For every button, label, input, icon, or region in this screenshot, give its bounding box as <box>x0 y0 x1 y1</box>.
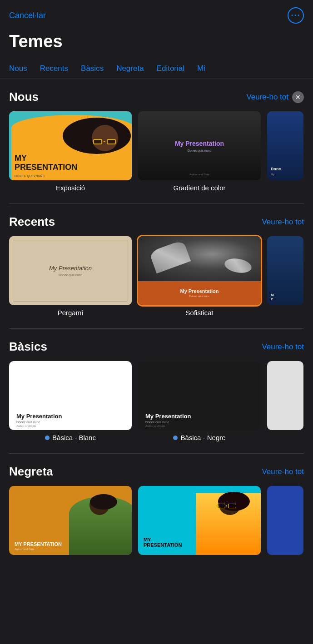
sofisticat-sub-text: Donec quis nunc <box>189 295 210 297</box>
negreta-teal-thumb[interactable]: MYPRESENTATION <box>138 486 261 555</box>
blue-partial-thumb[interactable]: Donc My <box>267 111 303 180</box>
header: Cancel·lar ··· <box>0 0 313 28</box>
template-negreta-teal[interactable]: MYPRESENTATION <box>138 486 261 555</box>
basic-black-thumb[interactable]: My Presentation Donec quis nunc Author a… <box>138 361 261 430</box>
page-title: Temes <box>0 28 313 60</box>
section-negreta-header: Negreta Veure-ho tot <box>9 465 304 479</box>
exposicio-title-text: MYPRESENTATION <box>15 154 77 172</box>
sofisticat-thumb[interactable]: My Presentation Donec quis nunc <box>138 236 261 305</box>
tab-mi[interactable]: Mi <box>191 60 212 79</box>
tab-basics[interactable]: Bàsics <box>75 60 110 79</box>
gradient-label: Gradient de color <box>173 184 225 192</box>
section-negreta: Negreta Veure-ho tot MY PRESENTATION Aut… <box>0 454 313 561</box>
tab-recents[interactable]: Recents <box>34 60 75 79</box>
section-basics: Bàsics Veure-ho tot My Presentation Done… <box>0 329 313 448</box>
template-blue-partial[interactable]: Donc My <box>267 111 303 192</box>
template-sofisticat[interactable]: My Presentation Donec quis nunc Sofistic… <box>138 236 261 317</box>
pergami-label: Pergamí <box>58 309 84 317</box>
basic-white-footer-text: Author and Date <box>16 425 36 427</box>
negreta-partial-thumb[interactable] <box>267 486 303 555</box>
template-basic-black[interactable]: My Presentation Donec quis nunc Author a… <box>138 361 261 441</box>
pergami-thumb[interactable]: My Presentation Donec quis nunc <box>9 236 132 305</box>
basics-templates-row: My Presentation Donec quis nunc Author a… <box>9 361 304 443</box>
tab-negreta[interactable]: Negreta <box>110 60 150 79</box>
basic-black-title-text: My Presentation <box>145 413 253 420</box>
template-negreta-partial[interactable] <box>267 486 303 555</box>
nous-templates-row: MYPRESENTATION DONEC QUIS NUNC Exposició… <box>9 111 304 193</box>
section-basics-title: Bàsics <box>9 340 47 354</box>
pergami-title-text: My Presentation <box>49 265 92 272</box>
nous-see-all-label[interactable]: Veure-ho tot <box>246 93 288 102</box>
negreta-see-all[interactable]: Veure-ho tot <box>262 467 304 476</box>
section-nous: Nous Veure-ho tot ✕ <box>0 79 313 198</box>
basics-see-all[interactable]: Veure-ho tot <box>262 342 304 352</box>
cancel-button[interactable]: Cancel·lar <box>9 11 46 20</box>
template-exposicio[interactable]: MYPRESENTATION DONEC QUIS NUNC Exposició <box>9 111 132 192</box>
gradient-thumb[interactable]: My Presentation Donec quis nunc Author a… <box>138 111 261 180</box>
negreta-yellow-sub: Author and Date <box>15 548 126 550</box>
template-recents-partial[interactable]: MP <box>267 236 303 317</box>
basics-partial-thumb[interactable] <box>267 361 303 430</box>
recents-see-all[interactable]: Veure-ho tot <box>262 218 304 227</box>
basic-white-thumb[interactable]: My Presentation Donec quis nunc Author a… <box>9 361 132 430</box>
pergami-sub-text: Donec quis nunc <box>49 273 92 277</box>
section-recents-title: Recents <box>9 215 55 229</box>
tab-bar: Nous Recents Bàsics Negreta Editorial Mi <box>0 60 313 79</box>
basic-black-label-wrapper: Bàsica - Negre <box>173 434 225 441</box>
basic-black-footer-text: Author and Date <box>145 425 165 427</box>
gradient-sub-text: Donec quis nunc <box>175 149 224 152</box>
section-recents: Recents Veure-ho tot My Presentation Don… <box>0 204 313 323</box>
basic-black-dot <box>173 436 178 440</box>
section-nous-header: Nous Veure-ho tot ✕ <box>9 90 304 104</box>
basic-white-dot <box>45 436 50 440</box>
section-recents-header: Recents Veure-ho tot <box>9 215 304 229</box>
ellipsis-icon: ··· <box>291 11 300 20</box>
basic-white-sub-text: Donec quis nunc <box>16 421 124 424</box>
template-negreta-yellow[interactable]: MY PRESENTATION Author and Date <box>9 486 132 555</box>
basic-white-label: Bàsica - Blanc <box>52 434 96 441</box>
template-pergami[interactable]: My Presentation Donec quis nunc Pergamí <box>9 236 132 317</box>
template-basics-partial[interactable] <box>267 361 303 441</box>
tab-nous[interactable]: Nous <box>9 60 34 79</box>
basic-black-label: Bàsica - Negre <box>180 434 225 441</box>
section-nous-title: Nous <box>9 90 39 104</box>
section-basics-header: Bàsics Veure-ho tot <box>9 340 304 354</box>
more-options-button[interactable]: ··· <box>288 7 304 24</box>
nous-see-all[interactable]: Veure-ho tot ✕ <box>246 91 304 103</box>
basic-white-label-wrapper: Bàsica - Blanc <box>45 434 96 441</box>
template-gradient-color[interactable]: My Presentation Donec quis nunc Author a… <box>138 111 261 192</box>
recents-partial-thumb[interactable]: MP <box>267 236 303 305</box>
close-nous-button[interactable]: ✕ <box>292 91 304 103</box>
basic-white-title-text: My Presentation <box>16 413 124 420</box>
tab-editorial[interactable]: Editorial <box>150 60 191 79</box>
negreta-yellow-thumb[interactable]: MY PRESENTATION Author and Date <box>9 486 132 555</box>
exposicio-thumb[interactable]: MYPRESENTATION DONEC QUIS NUNC <box>9 111 132 180</box>
sofisticat-label: Sofisticat <box>186 309 214 317</box>
exposicio-sub-text: DONEC QUIS NUNC <box>15 174 45 178</box>
negreta-yellow-title: MY PRESENTATION <box>15 541 126 547</box>
gradient-title-text: My Presentation <box>175 140 224 147</box>
close-icon: ✕ <box>295 94 301 101</box>
negreta-templates-row: MY PRESENTATION Author and Date <box>9 486 304 557</box>
exposicio-label: Exposició <box>56 184 85 192</box>
section-negreta-title: Negreta <box>9 465 53 479</box>
basic-black-sub-text: Donec quis nunc <box>145 421 253 424</box>
recents-templates-row: My Presentation Donec quis nunc Pergamí <box>9 236 304 318</box>
template-basic-white[interactable]: My Presentation Donec quis nunc Author a… <box>9 361 132 441</box>
gradient-footer-text: Author and Date <box>189 173 209 176</box>
sofisticat-title-text: My Presentation <box>180 288 219 294</box>
